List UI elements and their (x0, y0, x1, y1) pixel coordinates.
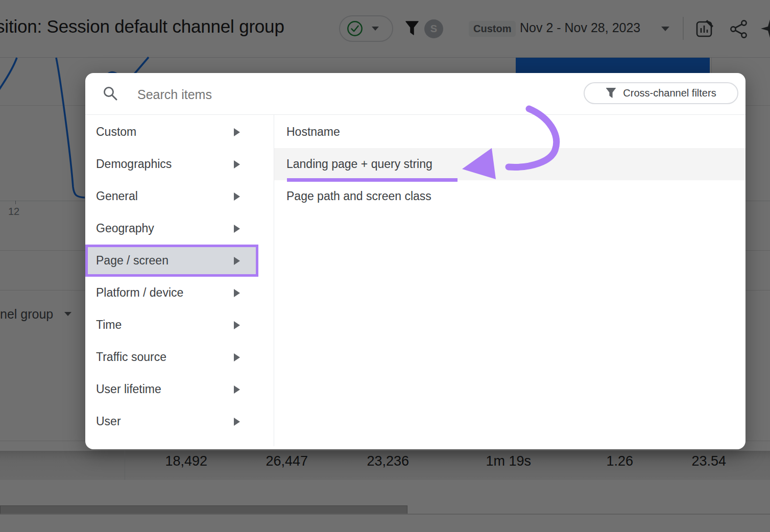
dimension-picker-dialog: Cross-channel filters Custom Demographic… (85, 73, 745, 449)
category-page-screen[interactable]: Page / screen (85, 245, 258, 277)
category-traffic-source[interactable]: Traffic source (85, 341, 274, 373)
category-platform-device[interactable]: Platform / device (85, 277, 274, 309)
dimension-list: Hostname Landing page + query string Pag… (274, 116, 745, 212)
dimension-landing-page-query-string[interactable]: Landing page + query string (274, 148, 745, 180)
submenu-arrow-icon (234, 385, 240, 394)
search-row: Cross-channel filters (85, 73, 745, 114)
category-label: Page / screen (96, 254, 169, 268)
search-icon (102, 85, 118, 102)
category-label: Time (96, 318, 122, 332)
category-user-lifetime[interactable]: User lifetime (85, 373, 274, 405)
category-label: Traffic source (96, 350, 166, 364)
category-menu: Custom Demographics General Geography Pa… (85, 116, 274, 438)
category-geography[interactable]: Geography (85, 212, 274, 245)
category-user[interactable]: User (85, 405, 274, 438)
category-time[interactable]: Time (85, 309, 274, 341)
dimension-label: Landing page + query string (286, 157, 432, 171)
filter-icon (606, 87, 616, 99)
submenu-arrow-icon (234, 257, 240, 265)
dimension-page-path-screen-class[interactable]: Page path and screen class (274, 180, 745, 212)
category-label: User (96, 415, 121, 428)
submenu-arrow-icon (234, 418, 240, 426)
category-label: General (96, 189, 138, 203)
search-input[interactable] (137, 83, 423, 106)
submenu-arrow-icon (234, 321, 240, 329)
submenu-arrow-icon (234, 225, 240, 233)
cross-channel-filters-button[interactable]: Cross-channel filters (584, 82, 738, 104)
dimension-label: Hostname (286, 125, 340, 139)
category-label: User lifetime (96, 382, 161, 396)
cross-channel-filters-label: Cross-channel filters (623, 87, 716, 99)
dimension-hostname[interactable]: Hostname (274, 116, 745, 148)
category-custom[interactable]: Custom (85, 116, 274, 148)
category-demographics[interactable]: Demographics (85, 148, 274, 180)
submenu-arrow-icon (234, 353, 240, 361)
submenu-arrow-icon (234, 289, 240, 297)
submenu-arrow-icon (234, 160, 240, 168)
submenu-arrow-icon (234, 128, 240, 136)
category-general[interactable]: General (85, 180, 274, 212)
category-label: Geography (96, 222, 154, 235)
submenu-arrow-icon (234, 192, 240, 201)
category-label: Demographics (96, 157, 172, 171)
dimension-label: Page path and screen class (286, 189, 431, 203)
ga4-dimension-picker-screen: sition: Session default channel group S … (0, 0, 770, 532)
category-label: Platform / device (96, 286, 183, 300)
modal-divider (85, 114, 745, 115)
category-label: Custom (96, 125, 136, 139)
